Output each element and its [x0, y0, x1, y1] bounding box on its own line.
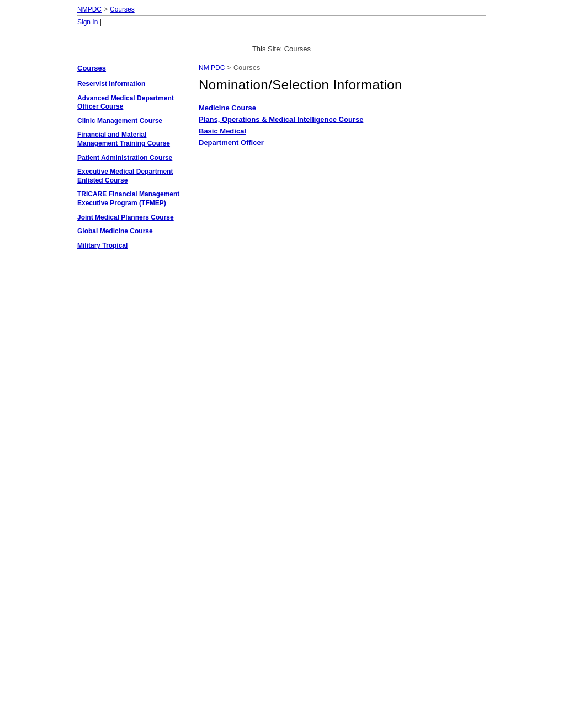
sidebar-executive-medical[interactable]: Executive Medical Department Enlisted Co…	[77, 168, 188, 185]
sidebar-global-medicine[interactable]: Global Medicine Course	[77, 227, 188, 236]
this-site-label: This Site: Courses	[252, 45, 311, 53]
this-site-bar: This Site: Courses	[0, 28, 563, 58]
breadcrumb-courses-label: Courses	[233, 64, 261, 72]
breadcrumb-main-separator: >	[227, 64, 231, 72]
sidebar-military-tropical[interactable]: Military Tropical	[77, 242, 188, 250]
breadcrumb-separator: >	[104, 6, 108, 13]
breadcrumb: NM PDC > Courses	[199, 64, 486, 72]
page-title: Nomination/Selection Information	[199, 77, 486, 93]
main-basic-medical[interactable]: Basic Medical	[199, 127, 486, 135]
sign-in-bar: Sign In |	[0, 16, 563, 28]
main-department-officer[interactable]: Department Officer	[199, 138, 486, 147]
top-nav: NMPDC > Courses	[0, 0, 563, 15]
sign-in-link[interactable]: Sign In	[77, 18, 98, 26]
breadcrumb-courses-link[interactable]: Courses	[110, 6, 135, 13]
sidebar-advanced-medical[interactable]: Advanced Medical Department Officer Cour…	[77, 94, 188, 111]
breadcrumb-nmpdc-link[interactable]: NMPDC	[77, 6, 102, 13]
sidebar-reservist-information[interactable]: Reservist Information	[77, 80, 188, 89]
main-content: NM PDC > Courses Nomination/Selection In…	[199, 64, 486, 250]
sidebar-patient-administration[interactable]: Patient Administration Course	[77, 154, 188, 163]
sidebar-courses-heading[interactable]: Courses	[77, 64, 188, 72]
sidebar-financial-material[interactable]: Financial and Material Management Traini…	[77, 131, 188, 148]
sign-in-separator: |	[100, 18, 102, 26]
sidebar-tricare[interactable]: TRICARE Financial Management Executive P…	[77, 190, 188, 207]
main-plans-operations[interactable]: Plans, Operations & Medical Intelligence…	[199, 115, 486, 124]
sidebar: Courses Reservist Information Advanced M…	[77, 64, 188, 250]
breadcrumb-nmpdc-main-link[interactable]: NM PDC	[199, 64, 225, 72]
sidebar-clinic-management[interactable]: Clinic Management Course	[77, 117, 188, 126]
sidebar-joint-medical[interactable]: Joint Medical Planners Course	[77, 213, 188, 222]
main-medicine-course[interactable]: Medicine Course	[199, 104, 486, 112]
course-links: Medicine Course Plans, Operations & Medi…	[199, 104, 486, 147]
sidebar-links: Reservist Information Advanced Medical D…	[77, 80, 188, 250]
content-area: Courses Reservist Information Advanced M…	[0, 58, 563, 255]
